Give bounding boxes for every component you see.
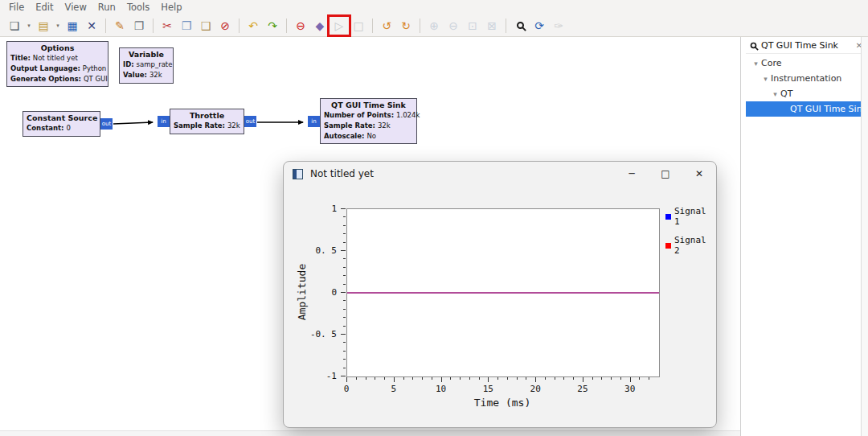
- tree-item-qt[interactable]: ▾QT: [746, 86, 860, 101]
- param-value: 1.024k: [396, 111, 420, 119]
- y-tick-label: -1: [301, 371, 337, 381]
- axis-tick: [479, 377, 480, 380]
- block-param: Value: 32k: [123, 70, 170, 80]
- sidebar-scrollbar[interactable]: [861, 37, 868, 436]
- expander-triangle-icon[interactable]: ▾: [770, 90, 780, 98]
- find-block-button[interactable]: [510, 16, 530, 35]
- block-param: Constant: 0: [27, 123, 96, 134]
- param-label: Number of Points:: [324, 111, 396, 119]
- delete-button[interactable]: ⊘: [215, 16, 235, 35]
- menu-run[interactable]: Run: [92, 1, 121, 14]
- maximize-button[interactable]: □: [649, 162, 682, 186]
- axis-tick: [526, 377, 526, 380]
- qt-gui-time-sink-block[interactable]: QT GUI Time SinkNumber of Points: 1.024k…: [320, 98, 417, 144]
- menu-view[interactable]: View: [59, 1, 92, 14]
- param-value: 32k: [378, 121, 391, 130]
- constant-source-block[interactable]: Constant SourceConstant: 0out: [23, 111, 100, 137]
- plot-window-body: Amplitude Time (ms) Signal 1Signal 2 051…: [284, 186, 716, 427]
- y-tick-label: -0. 5: [301, 329, 337, 339]
- legend-item-signal-2[interactable]: Signal 2: [665, 235, 716, 256]
- axis-tick: [375, 377, 375, 380]
- axis-tick: [460, 377, 461, 380]
- menu-edit[interactable]: Edit: [30, 1, 59, 14]
- legend-swatch: [665, 243, 671, 249]
- block-param: Sample Rate: 32k: [174, 121, 240, 131]
- rotate-ccw-button[interactable]: ↺: [377, 16, 396, 35]
- param-value: 32k: [227, 121, 240, 130]
- x-tick-label: 25: [571, 384, 595, 394]
- axis-tick: [343, 342, 346, 343]
- axis-tick: [469, 377, 470, 380]
- zoom-reset-button[interactable]: ⊠: [482, 16, 502, 35]
- minimize-button[interactable]: ─: [615, 162, 649, 186]
- throttle-block[interactable]: ThrottleSample Rate: 32kinout: [170, 109, 244, 134]
- param-label: Constant:: [27, 124, 66, 132]
- axis-tick: [441, 377, 442, 382]
- port-in[interactable]: in: [308, 116, 320, 127]
- param-label: Sample Rate:: [324, 121, 378, 130]
- param-label: Output Language:: [10, 64, 83, 72]
- menu-file[interactable]: File: [3, 1, 30, 14]
- menu-help[interactable]: Help: [155, 1, 187, 14]
- plot-window[interactable]: Not titled yet ─□✕ Amplitude Time (ms) S…: [283, 161, 717, 428]
- open-flowgraph-button-dropdown-icon[interactable]: ▾: [53, 16, 63, 35]
- param-label: Generate Options:: [10, 75, 84, 83]
- block-title: Options: [10, 43, 104, 52]
- flowgraph-properties-button[interactable]: ❐: [129, 16, 149, 35]
- paste-button[interactable]: ❑: [196, 16, 215, 35]
- port-out[interactable]: out: [244, 116, 256, 127]
- tree-item-qt-gui-time-sink[interactable]: QT GUI Time Sink: [746, 101, 868, 117]
- undo-button[interactable]: ↶: [244, 16, 263, 35]
- magnifier-icon: [517, 22, 524, 29]
- panel-splitter[interactable]: [740, 37, 746, 436]
- y-tick-label: 1: [301, 204, 337, 214]
- x-tick-label: 30: [618, 384, 642, 394]
- zoom-out-button[interactable]: ⊖: [444, 16, 463, 35]
- block-param: Generate Options: QT GUI: [10, 74, 104, 84]
- pen-tool-button[interactable]: ✑: [549, 16, 568, 35]
- legend-item-signal-1[interactable]: Signal 1: [665, 206, 716, 227]
- screen-capture-button[interactable]: ✎: [110, 16, 129, 35]
- zoom-fit-button[interactable]: ⊡: [463, 16, 482, 35]
- axis-tick: [343, 233, 346, 234]
- variable-block[interactable]: VariableID: samp_rateValue: 32k: [119, 47, 174, 84]
- expander-triangle-icon[interactable]: ▾: [760, 75, 771, 83]
- execute-flowgraph-button[interactable]: ▷: [330, 16, 349, 35]
- connection-wire[interactable]: [113, 122, 153, 124]
- block-param: Autoscale: No: [324, 131, 413, 142]
- errors-button[interactable]: ⊖: [291, 16, 310, 35]
- kill-flowgraph-button[interactable]: □: [349, 16, 368, 35]
- port-in[interactable]: in: [158, 116, 170, 127]
- block-param: ID: samp_rate: [123, 60, 170, 70]
- tree-item-core[interactable]: ▾Core: [746, 56, 860, 71]
- open-flowgraph-button[interactable]: ▤: [34, 16, 53, 35]
- y-tick-label: 0. 5: [301, 245, 337, 256]
- close-button[interactable]: ✕: [682, 162, 716, 186]
- horizontal-scrollbar[interactable]: [0, 430, 740, 436]
- options-block[interactable]: OptionsTitle: Not titled yetOutput Langu…: [6, 41, 108, 87]
- cut-button[interactable]: ✂: [158, 16, 177, 35]
- generate-flowgraph-button[interactable]: ◆: [310, 16, 330, 35]
- new-flowgraph-button[interactable]: ❏: [5, 16, 24, 35]
- save-flowgraph-button[interactable]: ▦: [63, 16, 82, 35]
- block-search-input[interactable]: [761, 40, 850, 51]
- expander-triangle-icon[interactable]: ▾: [751, 60, 761, 68]
- port-out[interactable]: out: [100, 118, 113, 130]
- param-value: 32k: [149, 71, 162, 79]
- redo-button[interactable]: ↷: [263, 16, 282, 35]
- plot-canvas[interactable]: [346, 208, 660, 377]
- block-param: Sample Rate: 32k: [324, 121, 413, 131]
- axis-tick: [341, 292, 346, 293]
- x-tick-label: 10: [429, 384, 453, 394]
- menu-tools[interactable]: Tools: [121, 1, 155, 14]
- reload-blocks-button[interactable]: ⟳: [530, 16, 549, 35]
- close-flowgraph-button[interactable]: ✕: [82, 16, 101, 35]
- copy-button[interactable]: ❒: [177, 16, 196, 35]
- tree-item-instrumentation[interactable]: ▾Instrumentation: [746, 71, 860, 86]
- rotate-cw-button[interactable]: ↻: [396, 16, 416, 35]
- plot-window-titlebar[interactable]: Not titled yet ─□✕: [284, 162, 716, 186]
- new-flowgraph-button-dropdown-icon[interactable]: ▾: [24, 16, 34, 35]
- tree-item-label: Instrumentation: [771, 73, 841, 84]
- axis-tick: [343, 275, 346, 276]
- zoom-in-button[interactable]: ⊕: [424, 16, 444, 35]
